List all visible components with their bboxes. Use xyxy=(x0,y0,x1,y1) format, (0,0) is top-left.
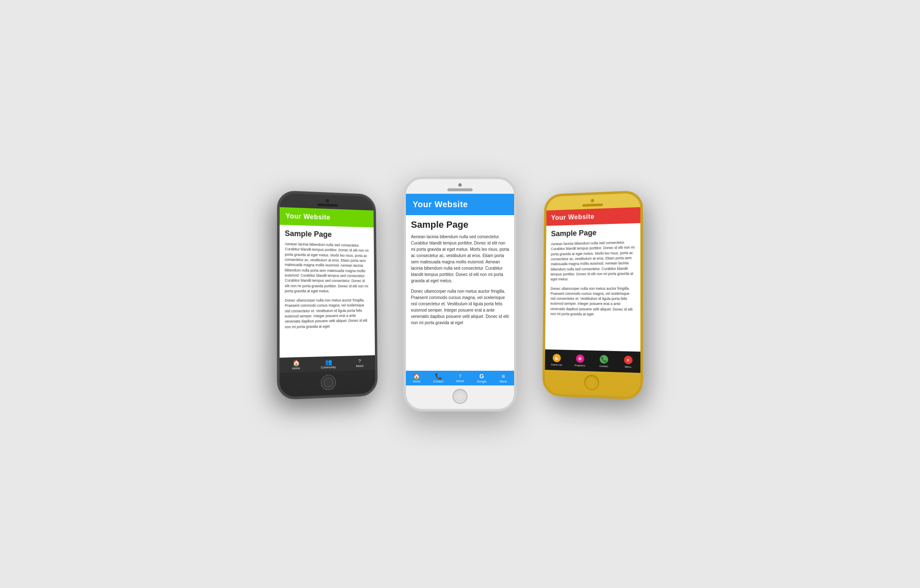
nav-google-center[interactable]: G Google xyxy=(471,371,493,385)
google-icon-c: G xyxy=(479,373,484,379)
phone-left: Your Website Sample Page Aenean lacinia … xyxy=(277,190,378,400)
power-button-r xyxy=(642,231,643,252)
nav-label-google-c: Google xyxy=(477,380,486,383)
page-title-right: Sample Page xyxy=(551,227,635,238)
phone-bottom-left xyxy=(321,371,336,395)
nav-community-left[interactable]: 👥 Community xyxy=(312,356,344,372)
nav-label-about-c: About xyxy=(456,380,464,382)
camera xyxy=(326,199,329,202)
nav-contact-right[interactable]: 📞 Contact xyxy=(592,352,616,370)
nav-label-contact-c: Contact xyxy=(433,380,443,383)
contact-icon-r: 📞 xyxy=(600,355,608,364)
speaker-right xyxy=(582,203,603,207)
home-button-center[interactable] xyxy=(452,389,468,404)
bottom-nav-center: 🏠 Home 📞 Contact ? About G Google xyxy=(406,371,514,385)
volume-up-button-c xyxy=(403,217,404,229)
nav-contact-center[interactable]: 📞 Contact xyxy=(428,371,450,385)
contact-icon-c: 📞 xyxy=(435,373,442,379)
nav-home-center[interactable]: 🏠 Home xyxy=(406,371,428,385)
gamelist-icon: ☯ xyxy=(553,354,561,362)
phone-right-wrapper: Your Website Sample Page Aenean lacinia … xyxy=(542,191,642,397)
camera-right xyxy=(591,199,594,202)
nav-label-gamelist: Game List xyxy=(551,363,562,366)
speaker xyxy=(317,203,338,207)
content-left: Sample Page Aenean lacinia bibendum null… xyxy=(280,225,375,358)
scene: Your Website Sample Page Aenean lacinia … xyxy=(166,177,754,411)
phone-left-wrapper: Your Website Sample Page Aenean lacinia … xyxy=(278,191,378,397)
power-button xyxy=(375,233,377,254)
page-title-center: Sample Page xyxy=(411,219,509,230)
nav-label-home-c: Home xyxy=(413,380,421,383)
speaker-center xyxy=(447,188,473,191)
nav-label-menu-c: Menu xyxy=(499,380,507,383)
nav-about-left[interactable]: ? About xyxy=(344,355,375,371)
menu-icon-r: ≡ xyxy=(624,356,632,364)
home-button-inner xyxy=(324,377,333,387)
screen-center: Your Website Sample Page Aenean lacinia … xyxy=(406,194,514,385)
page-title-left: Sample Page xyxy=(285,229,369,240)
home-icon-c: 🏠 xyxy=(413,373,420,379)
phone-center-wrapper: Your Website Sample Page Aenean lacinia … xyxy=(403,177,517,411)
site-header-right: Your Website xyxy=(546,207,640,226)
home-button-inner-r xyxy=(587,377,596,387)
about-icon-c: ? xyxy=(459,374,461,379)
menu-icon-c: ≡ xyxy=(502,373,505,379)
phone-center: Your Website Sample Page Aenean lacinia … xyxy=(403,177,517,411)
nav-label-home: Home xyxy=(292,367,300,370)
content-right: Sample Page Aenean lacinia bibendum null… xyxy=(545,223,640,351)
nav-label-programs: Programs xyxy=(574,364,585,367)
nav-label-contact-r: Contact xyxy=(599,365,608,368)
volume-up-button-r xyxy=(543,229,545,241)
nav-gamelist-right[interactable]: ☯ Game List xyxy=(545,351,569,369)
paragraph1-left: Aenean lacinia bibendum nulla sed consec… xyxy=(285,242,369,294)
home-button-right[interactable] xyxy=(584,375,599,390)
volume-down-button-r xyxy=(543,245,545,257)
volume-up-button xyxy=(277,226,278,239)
paragraph2-center: Donec ullamcorper nulla non metus auctor… xyxy=(411,288,509,326)
site-header-center: Your Website xyxy=(406,194,514,215)
content-center: Sample Page Aenean lacinia bibendum null… xyxy=(406,215,514,371)
volume-down-button-c xyxy=(403,233,404,245)
nav-label-about: About xyxy=(356,364,364,367)
paragraph1-center: Aenean lacinia bibendum nulla sed consec… xyxy=(411,234,509,284)
nav-about-center[interactable]: ? About xyxy=(449,371,471,385)
phone-right: Your Website Sample Page Aenean lacinia … xyxy=(542,190,643,400)
site-header-left: Your Website xyxy=(280,207,374,228)
nav-menu-center[interactable]: ≡ Menu xyxy=(492,371,514,385)
home-button-inner-c xyxy=(455,392,465,401)
nav-label-community: Community xyxy=(321,366,335,369)
screen-left: Your Website Sample Page Aenean lacinia … xyxy=(280,207,375,373)
paragraph2-left: Donec ullamcorper nulla non metus auctor… xyxy=(285,298,370,330)
community-icon: 👥 xyxy=(325,359,332,365)
nav-menu-right[interactable]: ≡ Menu xyxy=(616,353,641,371)
screen-right: Your Website Sample Page Aenean lacinia … xyxy=(545,207,641,373)
home-icon: 🏠 xyxy=(292,360,299,366)
programs-icon: ❋ xyxy=(576,354,584,363)
paragraph1-right: Aenean lacinia bibendum nulla sed consec… xyxy=(551,239,635,282)
power-button-c xyxy=(516,221,517,244)
phone-bottom-right xyxy=(584,371,599,395)
about-icon: ? xyxy=(359,359,361,363)
camera-center xyxy=(458,183,462,187)
nav-home-left[interactable]: 🏠 Home xyxy=(280,357,312,373)
nav-label-menu-r: Menu xyxy=(625,365,631,368)
volume-down-button xyxy=(277,242,278,255)
paragraph2-right: Donec ullamcorper nulla non metus auctor… xyxy=(550,286,635,317)
nav-programs-right[interactable]: ❋ Programs xyxy=(568,351,592,369)
bottom-nav-right: ☯ Game List ❋ Programs 📞 Contact ≡ Menu xyxy=(545,349,641,373)
bottom-nav-left: 🏠 Home 👥 Community ? About xyxy=(280,355,375,373)
phone-top-center xyxy=(406,179,514,194)
phone-bottom-center xyxy=(452,385,468,409)
home-button-left[interactable] xyxy=(321,375,336,390)
